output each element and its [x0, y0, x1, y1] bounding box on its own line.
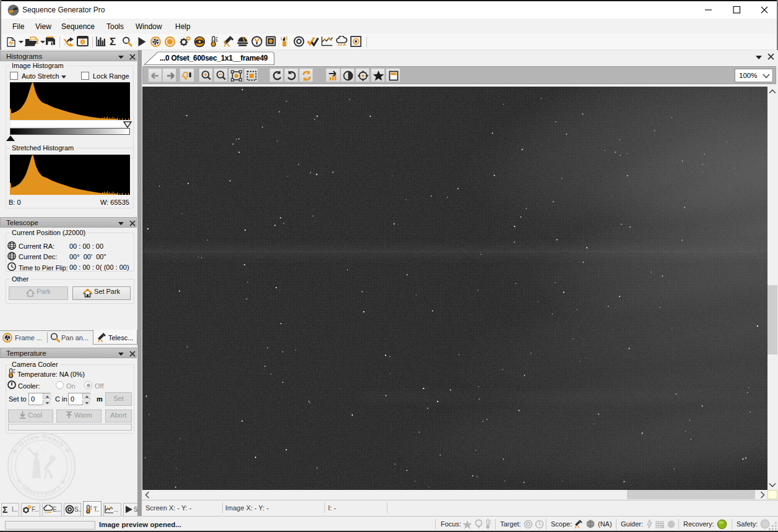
svg-text:Σ: Σ [2, 505, 7, 514]
